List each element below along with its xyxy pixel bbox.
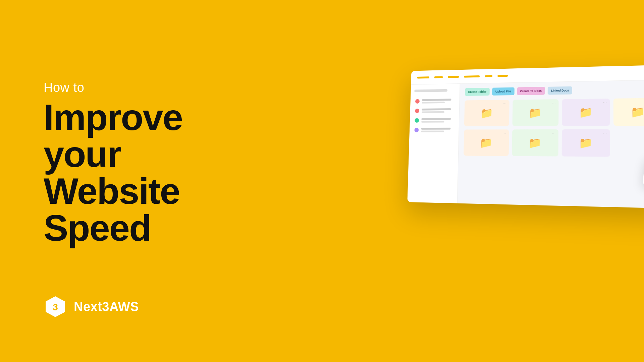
title-line1: Improve xyxy=(44,97,182,138)
folder-icon: 📁 xyxy=(528,137,542,148)
sidebar-line xyxy=(421,131,444,132)
folder-menu-dots: ··· xyxy=(603,101,607,104)
folder-menu-dots: ··· xyxy=(552,131,555,135)
topbar-line-4 xyxy=(464,75,480,77)
folder-card[interactable]: ··· 📁 xyxy=(613,98,644,126)
sidebar-header-line xyxy=(414,89,447,92)
folder-card[interactable]: ··· 📁 xyxy=(464,100,509,126)
topbar-line-2 xyxy=(434,76,443,78)
upload-file-button[interactable]: Upload File xyxy=(492,87,514,96)
linked-docs-button[interactable]: Linked Docs xyxy=(548,86,573,95)
folder-menu-dots: ··· xyxy=(552,101,556,105)
folder-icon: 📁 xyxy=(631,106,644,117)
how-to-label: How to xyxy=(44,80,252,95)
folder-menu-dots: ··· xyxy=(502,131,506,135)
sidebar-line xyxy=(422,99,451,101)
mockup-body: Create Folder Upload File Create To Docs… xyxy=(407,80,644,208)
ui-mockup: Create Folder Upload File Create To Docs… xyxy=(407,65,644,208)
folder-icon: 📁 xyxy=(480,108,493,118)
sidebar-line xyxy=(422,111,444,113)
topbar-line-1 xyxy=(417,76,429,78)
folder-card[interactable]: ··· 📁 xyxy=(512,129,558,157)
action-buttons-row: Create Folder Upload File Create To Docs… xyxy=(465,85,644,96)
sidebar-line xyxy=(422,102,445,104)
topbar-line-5 xyxy=(485,75,492,77)
folder-card[interactable]: ··· 📁 xyxy=(512,99,559,126)
folder-card[interactable]: ··· 📁 xyxy=(464,129,509,156)
sidebar-line xyxy=(421,128,450,130)
sidebar-line xyxy=(422,108,451,111)
sidebar-line xyxy=(421,121,444,123)
svg-text:3: 3 xyxy=(53,302,58,312)
folder-icon: 📁 xyxy=(579,107,593,118)
logo-area: 3 Next3AWS xyxy=(44,295,139,318)
sidebar-line xyxy=(421,118,450,120)
folder-icon: 📁 xyxy=(480,137,493,148)
main-title: Improve your Website Speed xyxy=(44,99,252,246)
folder-grid: ··· 📁 ··· 📁 ··· 📁 ··· 📁 ··· xyxy=(464,98,644,157)
topbar-line-3 xyxy=(448,76,459,78)
list-item xyxy=(414,97,456,105)
folder-menu-dots: ··· xyxy=(503,102,506,106)
folder-icon: 📁 xyxy=(529,107,542,118)
logo-hex-icon: 3 xyxy=(44,295,67,318)
sidebar-dot-red-1 xyxy=(415,99,420,104)
left-content: How to Improve your Website Speed xyxy=(44,80,252,246)
folder-icon: 📁 xyxy=(579,137,592,148)
folder-menu-dots: ··· xyxy=(603,131,607,135)
topbar-line-6 xyxy=(497,75,508,77)
logo-text: Next3AWS xyxy=(74,300,139,314)
create-to-docs-button[interactable]: Create To Docs xyxy=(517,87,545,95)
sidebar-dot-purple xyxy=(414,128,419,132)
mockup-sidebar xyxy=(407,84,460,203)
title-line3: Speed xyxy=(44,207,151,248)
list-item xyxy=(413,116,455,125)
list-item xyxy=(414,106,455,115)
title-line2: your Website xyxy=(44,133,180,212)
sidebar-dot-green xyxy=(415,118,419,122)
list-item xyxy=(413,126,455,134)
create-folder-button[interactable]: Create Folder xyxy=(465,88,490,96)
folder-card[interactable]: ··· 📁 xyxy=(562,99,610,126)
folder-card[interactable]: ··· 📁 xyxy=(562,129,610,157)
mockup-main: Create Folder Upload File Create To Docs… xyxy=(458,80,644,208)
sidebar-dot-red-2 xyxy=(415,109,419,113)
